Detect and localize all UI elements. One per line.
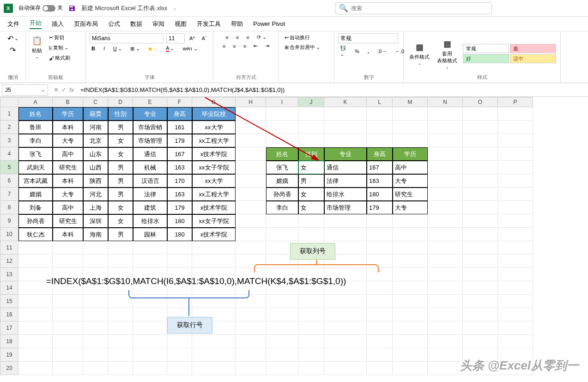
cell-J9[interactable] bbox=[298, 214, 324, 228]
cell-F2[interactable]: 161 bbox=[167, 121, 192, 134]
cell-D2[interactable]: 男 bbox=[108, 121, 133, 134]
style-bad[interactable]: 差 bbox=[510, 44, 556, 53]
cell-O14[interactable] bbox=[463, 281, 498, 295]
cell-M11[interactable] bbox=[393, 241, 428, 255]
redo-button[interactable]: ↷ bbox=[8, 45, 18, 55]
cell-N2[interactable] bbox=[428, 121, 463, 134]
cell-E3[interactable]: 市场管理 bbox=[133, 134, 167, 147]
cell-L15[interactable] bbox=[367, 295, 393, 308]
cell-G1[interactable]: 毕业院校 bbox=[192, 107, 236, 121]
cell-L2[interactable] bbox=[367, 121, 393, 134]
cell-D11[interactable] bbox=[108, 241, 133, 255]
cell-J2[interactable] bbox=[298, 121, 324, 134]
cell-N8[interactable] bbox=[428, 201, 463, 214]
cell-G7[interactable]: xx工程大学 bbox=[192, 188, 236, 201]
cell-O15[interactable] bbox=[463, 295, 498, 308]
menu-文件[interactable]: 文件 bbox=[7, 20, 19, 28]
row-header-20[interactable]: 20 bbox=[0, 362, 18, 375]
cell-I19[interactable] bbox=[266, 348, 298, 362]
format-painter-button[interactable]: 🖌 格式刷 bbox=[47, 54, 72, 62]
cell-M12[interactable] bbox=[393, 255, 428, 268]
menu-公式[interactable]: 公式 bbox=[108, 20, 120, 28]
cell-M9[interactable] bbox=[393, 214, 428, 228]
cell-K1[interactable] bbox=[324, 107, 367, 121]
cell-E10[interactable]: 园林 bbox=[133, 228, 167, 241]
cell-M8[interactable]: 大专 bbox=[393, 201, 428, 214]
cell-C2[interactable]: 河南 bbox=[83, 121, 108, 134]
cell-H20[interactable] bbox=[236, 362, 266, 375]
cell-J17[interactable] bbox=[298, 321, 324, 335]
cell-A1[interactable]: 姓名 bbox=[18, 107, 53, 121]
border-button[interactable]: ⊞ ⌄ bbox=[128, 45, 142, 53]
cell-B11[interactable] bbox=[53, 241, 83, 255]
cell-I18[interactable] bbox=[266, 335, 298, 348]
cell-K19[interactable] bbox=[324, 348, 367, 362]
cell-N5[interactable] bbox=[428, 161, 463, 174]
cell-F7[interactable]: 163 bbox=[167, 188, 192, 201]
cell-F18[interactable] bbox=[167, 335, 192, 348]
italic-button[interactable]: I bbox=[102, 45, 107, 52]
cell-H1[interactable] bbox=[236, 107, 266, 121]
row-header-2[interactable]: 2 bbox=[0, 121, 18, 134]
cell-E6[interactable]: 汉语言 bbox=[133, 174, 167, 188]
cell-N4[interactable] bbox=[428, 147, 463, 161]
cell-L19[interactable] bbox=[367, 348, 393, 362]
cell-P10[interactable] bbox=[498, 228, 533, 241]
cell-D3[interactable]: 女 bbox=[108, 134, 133, 147]
cell-K18[interactable] bbox=[324, 335, 367, 348]
cell-K9[interactable] bbox=[324, 214, 367, 228]
font-name-select[interactable] bbox=[90, 33, 164, 43]
menu-页面布局[interactable]: 页面布局 bbox=[74, 20, 98, 28]
cell-H19[interactable] bbox=[236, 348, 266, 362]
cell-D18[interactable] bbox=[108, 335, 133, 348]
inc-decimal-button[interactable]: .0→ bbox=[376, 48, 388, 55]
row-header-1[interactable]: 1 bbox=[0, 107, 18, 121]
cell-F9[interactable]: 180 bbox=[167, 214, 192, 228]
col-header-C[interactable]: C bbox=[83, 97, 108, 107]
cell-M20[interactable] bbox=[393, 362, 428, 375]
row-header-9[interactable]: 9 bbox=[0, 214, 18, 228]
cell-L4[interactable]: 身高 bbox=[367, 147, 393, 161]
cell-N17[interactable] bbox=[428, 321, 463, 335]
col-header-G[interactable]: G bbox=[192, 97, 236, 107]
cell-M5[interactable]: 高中 bbox=[393, 161, 428, 174]
cell-J8[interactable]: 女 bbox=[298, 201, 324, 214]
cell-O10[interactable] bbox=[463, 228, 498, 241]
cell-C16[interactable] bbox=[83, 308, 108, 321]
cell-H5[interactable] bbox=[236, 161, 266, 174]
cell-M7[interactable]: 研究生 bbox=[393, 188, 428, 201]
cell-L7[interactable]: 180 bbox=[367, 188, 393, 201]
cell-O8[interactable] bbox=[463, 201, 498, 214]
cell-F11[interactable] bbox=[167, 241, 192, 255]
cell-H6[interactable] bbox=[236, 174, 266, 188]
cell-G5[interactable]: xx女子学院 bbox=[192, 161, 236, 174]
col-header-I[interactable]: I bbox=[266, 97, 298, 107]
cell-K8[interactable]: 市场管理 bbox=[324, 201, 367, 214]
cell-K15[interactable] bbox=[324, 295, 367, 308]
cell-I3[interactable] bbox=[266, 134, 298, 147]
cell-M14[interactable] bbox=[393, 281, 428, 295]
cell-L6[interactable]: 163 bbox=[367, 174, 393, 188]
cell-J15[interactable] bbox=[298, 295, 324, 308]
percent-button[interactable]: % bbox=[353, 48, 361, 55]
cell-I4[interactable]: 姓名 bbox=[266, 147, 298, 161]
row-header-8[interactable]: 8 bbox=[0, 201, 18, 214]
cell-B12[interactable] bbox=[53, 255, 83, 268]
cell-H16[interactable] bbox=[236, 308, 266, 321]
cell-K6[interactable]: 法律 bbox=[324, 174, 367, 188]
cell-D16[interactable] bbox=[108, 308, 133, 321]
cell-L3[interactable] bbox=[367, 134, 393, 147]
number-format-select[interactable] bbox=[338, 33, 398, 43]
menu-审阅[interactable]: 审阅 bbox=[152, 20, 164, 28]
cell-N13[interactable] bbox=[428, 268, 463, 281]
cell-A8[interactable]: 刘备 bbox=[18, 201, 53, 214]
col-header-N[interactable]: N bbox=[428, 97, 463, 107]
cell-H4[interactable] bbox=[236, 147, 266, 161]
cell-P11[interactable] bbox=[498, 241, 533, 255]
cell-B8[interactable]: 高中 bbox=[53, 201, 83, 214]
cell-N10[interactable] bbox=[428, 228, 463, 241]
row-header-4[interactable]: 4 bbox=[0, 147, 18, 161]
cell-N6[interactable] bbox=[428, 174, 463, 188]
cell-L10[interactable] bbox=[367, 228, 393, 241]
cell-N9[interactable] bbox=[428, 214, 463, 228]
